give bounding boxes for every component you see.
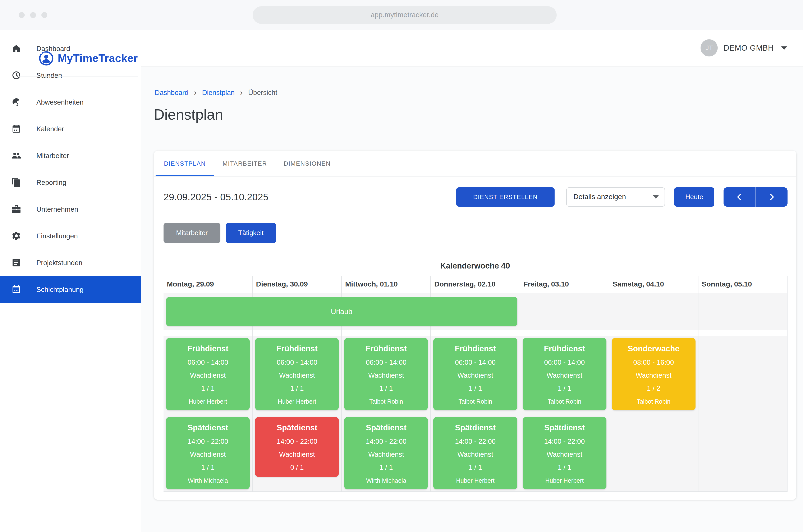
window-close-dot[interactable] <box>19 12 25 18</box>
shift-activity: Wachdienst <box>526 451 603 458</box>
shift-time: 14:00 - 22:00 <box>348 437 425 445</box>
page-title: Dienstplan <box>154 106 223 123</box>
document-icon <box>11 258 21 268</box>
shift-card[interactable]: Spätdienst 14:00 - 22:00 Wachdienst 1 / … <box>522 417 606 489</box>
shift-ratio: 1 / 1 <box>348 463 425 471</box>
shift-card[interactable]: Spätdienst 14:00 - 22:00 Wachdienst 1 / … <box>166 417 250 489</box>
tab-mitarbeiter[interactable]: MITARBEITER <box>214 151 275 176</box>
brand-name: MyTimeTracker <box>58 52 138 64</box>
calendar-week-label: Kalenderwoche 40 <box>154 261 796 271</box>
user-menu[interactable]: JT DEMO GMBH <box>701 39 787 56</box>
shift-employee: Huber Herbert <box>169 398 246 405</box>
sidebar-item-label: Unternehmen <box>36 205 78 213</box>
sidebar-item-mitarbeiter[interactable]: Mitarbeiter <box>0 142 141 169</box>
main-content: Dashboard › Dienstplan › Übersicht Diens… <box>141 66 803 532</box>
absence-cell <box>699 293 787 330</box>
shift-time: 06:00 - 14:00 <box>348 358 425 366</box>
sidebar-item-label: Abwesenheiten <box>36 98 84 106</box>
sidebar-item-kalender[interactable]: Kalender <box>0 115 141 142</box>
chevron-right-icon <box>767 192 776 202</box>
sidebar-item-abwesenheiten[interactable]: Abwesenheiten <box>0 89 141 115</box>
sidebar-item-projektstunden[interactable]: Projektstunden <box>0 249 141 276</box>
next-week-button[interactable] <box>756 187 787 207</box>
shift-card-special[interactable]: Sonderwache 08:00 - 16:00 Wachdienst 1 /… <box>612 338 695 410</box>
shift-ratio: 1 / 2 <box>615 384 692 392</box>
create-shift-button[interactable]: DIENST ERSTELLEN <box>456 187 555 207</box>
day-header-saturday: Samstag, 04.10 <box>609 276 698 293</box>
briefcase-icon <box>11 204 21 214</box>
day-header-wednesday: Mittwoch, 01.10 <box>342 276 431 293</box>
shift-activity: Wachdienst <box>526 372 603 379</box>
shift-card[interactable]: Frühdienst 06:00 - 14:00 Wachdienst 1 / … <box>522 338 606 410</box>
tab-bar: DIENSTPLAN MITARBEITER DIMENSIONEN <box>154 151 796 176</box>
shift-time: 14:00 - 22:00 <box>169 437 246 445</box>
shift-card[interactable]: Frühdienst 06:00 - 14:00 Wachdienst 1 / … <box>344 338 428 410</box>
shift-ratio: 1 / 1 <box>169 384 246 392</box>
shift-title: Spätdienst <box>437 423 514 433</box>
shift-activity: Wachdienst <box>169 372 246 379</box>
calendar-icon <box>11 124 21 134</box>
shift-title: Sonderwache <box>615 344 692 354</box>
sidebar-item-einstellungen[interactable]: Einstellungen <box>0 223 141 249</box>
shift-title: Spätdienst <box>169 423 246 433</box>
breadcrumb-dashboard[interactable]: Dashboard <box>155 89 188 97</box>
group-by-employee-button[interactable]: Mitarbeiter <box>164 223 220 243</box>
group-by-activity-button[interactable]: Tätigkeit <box>226 223 276 243</box>
shift-card[interactable]: Frühdienst 06:00 - 14:00 Wachdienst 1 / … <box>166 338 250 410</box>
shift-employee: Huber Herbert <box>526 477 603 484</box>
gear-icon <box>11 231 21 241</box>
shift-card[interactable]: Spätdienst 14:00 - 22:00 Wachdienst 1 / … <box>344 417 428 489</box>
person-clock-logo-icon <box>38 51 54 66</box>
today-button[interactable]: Heute <box>674 187 714 207</box>
shift-card[interactable]: Frühdienst 06:00 - 14:00 Wachdienst 1 / … <box>255 338 339 410</box>
window-minimize-dot[interactable] <box>30 12 36 18</box>
schedule-grid: Montag, 29.09 Dienstag, 30.09 Mittwoch, … <box>164 276 787 492</box>
sidebar-item-schichtplanung[interactable]: Schichtplanung <box>0 276 141 303</box>
shift-time: 08:00 - 16:00 <box>615 358 692 366</box>
sidebar-item-unternehmen[interactable]: Unternehmen <box>0 196 141 223</box>
shift-employee: Talbot Robin <box>526 398 603 405</box>
shift-title: Frühdienst <box>348 344 425 354</box>
day-column-thursday: Frühdienst 06:00 - 14:00 Wachdienst 1 / … <box>431 336 520 491</box>
window-maximize-dot[interactable] <box>41 12 47 18</box>
sidebar-item-reporting[interactable]: Reporting <box>0 169 141 196</box>
day-header-tuesday: Dienstag, 30.09 <box>253 276 342 293</box>
shift-card[interactable]: Spätdienst 14:00 - 22:00 Wachdienst 1 / … <box>434 417 517 489</box>
shift-card-understaffed[interactable]: Spätdienst 14:00 - 22:00 Wachdienst 0 / … <box>255 417 339 477</box>
shift-activity: Wachdienst <box>437 372 514 379</box>
absence-cell <box>520 293 609 330</box>
browser-chrome: app.mytimetracker.de <box>0 0 803 31</box>
details-select[interactable]: Details anzeigen <box>566 187 665 207</box>
breadcrumb-current: Übersicht <box>248 89 277 97</box>
brand-logo[interactable]: MyTimeTracker <box>19 40 138 77</box>
shift-time: 14:00 - 22:00 <box>526 437 603 445</box>
tab-dimensionen[interactable]: DIMENSIONEN <box>275 151 339 176</box>
day-column-friday: Frühdienst 06:00 - 14:00 Wachdienst 1 / … <box>520 336 609 491</box>
vacation-bar[interactable]: Urlaub <box>166 297 518 326</box>
shift-activity: Wachdienst <box>169 451 246 458</box>
shift-employee: Wirth Michaela <box>348 477 425 484</box>
day-column-saturday: Sonderwache 08:00 - 16:00 Wachdienst 1 /… <box>609 336 698 491</box>
week-date-range: 29.09.2025 - 05.10.2025 <box>164 191 268 203</box>
shift-activity: Wachdienst <box>348 451 425 458</box>
address-bar[interactable]: app.mytimetracker.de <box>253 6 557 24</box>
shift-title: Frühdienst <box>437 344 514 354</box>
sidebar-item-label: Einstellungen <box>36 232 78 240</box>
shift-title: Frühdienst <box>169 344 246 354</box>
shift-ratio: 1 / 1 <box>526 384 603 392</box>
breadcrumb-dienstplan[interactable]: Dienstplan <box>202 89 235 97</box>
shift-title: Spätdienst <box>348 423 425 433</box>
shift-card[interactable]: Frühdienst 06:00 - 14:00 Wachdienst 1 / … <box>434 338 517 410</box>
shift-ratio: 1 / 1 <box>259 384 336 392</box>
tab-dienstplan[interactable]: DIENSTPLAN <box>156 151 214 176</box>
chevron-down-icon <box>781 46 787 50</box>
day-header-row: Montag, 29.09 Dienstag, 30.09 Mittwoch, … <box>164 276 787 293</box>
shift-time: 06:00 - 14:00 <box>526 358 603 366</box>
day-header-monday: Montag, 29.09 <box>164 276 253 293</box>
shift-ratio: 1 / 1 <box>437 463 514 471</box>
previous-week-button[interactable] <box>724 187 756 207</box>
shift-time: 06:00 - 14:00 <box>437 358 514 366</box>
sidebar: MyTimeTracker Dashboard Stunden Abwesenh… <box>0 30 141 532</box>
breadcrumb: Dashboard › Dienstplan › Übersicht <box>155 89 277 97</box>
shift-time: 14:00 - 22:00 <box>437 437 514 445</box>
